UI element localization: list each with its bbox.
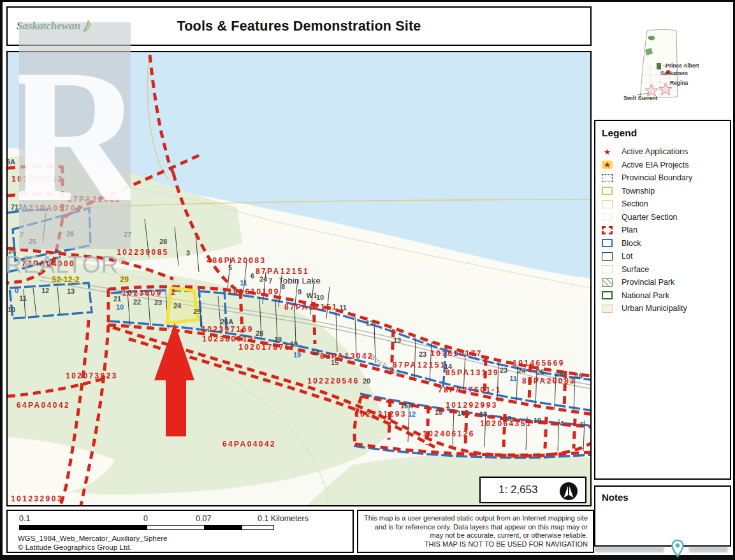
overview-minimap: Prince AlbertSaskatoonReginaSwift Curren… <box>612 23 733 107</box>
legend-item-label: Lot <box>622 252 632 261</box>
legend-item-label: National Park <box>622 291 669 300</box>
minimap-city-label: Swift Current <box>623 95 657 101</box>
map-label: 15 <box>331 359 338 366</box>
map-label: 25 <box>537 368 544 376</box>
legend-item-label: Section <box>622 199 648 208</box>
scalebar-unit: 0.1 Kilometers <box>258 514 309 523</box>
scale-ratio: 1: 2,653 <box>498 484 537 496</box>
map-label: 10 <box>8 306 15 313</box>
map-label: 87PA12151 <box>393 361 446 370</box>
map-label: 23 <box>419 350 426 358</box>
map-label: 102231293 <box>354 410 407 419</box>
map-label: 12 <box>41 287 49 294</box>
map-label: 5 <box>580 421 584 429</box>
map-label: 24 <box>173 302 181 310</box>
map-label: 11 <box>339 304 347 312</box>
map-label: 14 <box>312 348 319 356</box>
map-label: 64PA04042 <box>17 401 70 410</box>
legend-item-label: Active Applications <box>622 147 688 156</box>
map-label: 87PA21662 <box>68 195 121 204</box>
map-label: 25 <box>193 308 201 315</box>
legend-item: Urban Municipality <box>602 302 730 315</box>
map-label: 19 <box>534 417 541 424</box>
map-label: 13 <box>479 410 487 418</box>
scalebar-tick: 0.07 <box>196 514 211 523</box>
map-label: 486PA20083 <box>207 256 266 265</box>
map-label: 26A <box>221 318 233 326</box>
map-label: 28 <box>256 329 263 337</box>
township-swatch <box>602 187 613 195</box>
map-label: 11 <box>19 294 27 302</box>
map-label: 102360912 <box>202 334 254 343</box>
copyright-label: © Latitude Geographics Group Ltd. <box>18 543 132 551</box>
map-label: 78PA27601-1 <box>438 385 502 394</box>
legend-items: Active ApplicationsActive EIA ProjectsPr… <box>602 145 730 315</box>
map-label: 101292993 <box>446 401 498 410</box>
map-label: 22 <box>133 298 141 306</box>
provincial-park-swatch <box>602 278 613 287</box>
map-label: 101610177 <box>430 349 483 358</box>
map-label: 18 <box>274 336 282 343</box>
map-label: 102073823 <box>66 371 118 380</box>
scalebar-segment <box>20 526 147 529</box>
surface-swatch <box>602 265 613 273</box>
page-title: Tools & Features Demonstration Site <box>8 18 590 34</box>
map-label: 18 <box>504 415 511 422</box>
minimap-city-label: Saskatoon <box>660 70 688 76</box>
legend-item: Plan <box>602 224 730 237</box>
map-label: 12 <box>366 319 374 327</box>
star-swatch <box>602 148 613 156</box>
saskatchewan-logo: Saskatchewan <box>17 19 94 33</box>
map-label: 24 <box>518 367 525 375</box>
saskatchewan-logo-text: Saskatchewan <box>17 20 80 32</box>
map-label: 7 <box>20 231 24 238</box>
legend-item-label: Provincial Park <box>622 278 674 287</box>
map-label: 6A <box>6 158 15 166</box>
legend-item: Township <box>602 185 730 198</box>
header: Saskatchewan Tools & Features Demonstrat… <box>6 6 592 46</box>
legend-item: Block <box>602 237 730 250</box>
legend-item: Provincial Park <box>602 276 730 289</box>
map-label: 15 <box>435 408 442 416</box>
section-swatch <box>602 200 613 208</box>
map-canvas: 10125021287PA2166273PA0570410223908577PA… <box>6 51 592 506</box>
watermark-blur-text <box>688 547 728 552</box>
map-label: 101610199 <box>228 287 280 296</box>
scale-ratio-box: 1: 2,653 <box>479 477 586 503</box>
map-label: 1023609 <box>122 289 163 298</box>
map-label: 101232903 <box>11 494 63 503</box>
map-label: 25 <box>29 238 36 245</box>
legend-item: National Park <box>602 289 730 303</box>
legend-item: Active EIA Projects <box>602 159 730 172</box>
disclaimer-text: This map is a user generated static outp… <box>363 514 588 540</box>
map-label: 102397169 <box>201 325 254 334</box>
map-label: 6 <box>251 272 254 280</box>
map-label: 102406126 <box>423 429 475 438</box>
map-labels: 10125021287PA2166273PA0570410223908577PA… <box>8 52 590 505</box>
map-label: 24 <box>8 247 16 255</box>
map-label: 10 <box>316 294 324 301</box>
scalebar-segment <box>204 526 242 529</box>
map-label: 102017876 <box>238 343 291 352</box>
map-label: W1 <box>307 292 317 299</box>
map-label: 83PA13042 <box>320 352 374 361</box>
minimap-city-label: Regina <box>670 80 688 86</box>
legend-item-label: Plan <box>622 226 637 234</box>
map-label: 4 <box>560 420 564 427</box>
legend-item: Provincial Boundary <box>602 171 730 185</box>
urban-municipality-swatch <box>602 305 613 313</box>
map-label: 101465669 <box>513 359 565 368</box>
map-label: 29 <box>120 275 129 284</box>
map-label: 26 <box>556 370 564 378</box>
map-label: 52-12-2 <box>52 275 79 284</box>
legend-item-label: Surface <box>622 265 649 274</box>
star-eia-swatch <box>602 161 613 169</box>
map-label: 102220546 <box>307 377 360 385</box>
map-label: 23 <box>154 299 162 306</box>
scalebar-bar <box>19 525 274 530</box>
block-swatch <box>602 239 613 247</box>
legend-item-label: Active EIA Projects <box>622 161 689 169</box>
map-label: 101250212 <box>11 175 64 183</box>
map-label: 9 <box>298 288 302 296</box>
map-label: 13 <box>67 287 75 295</box>
